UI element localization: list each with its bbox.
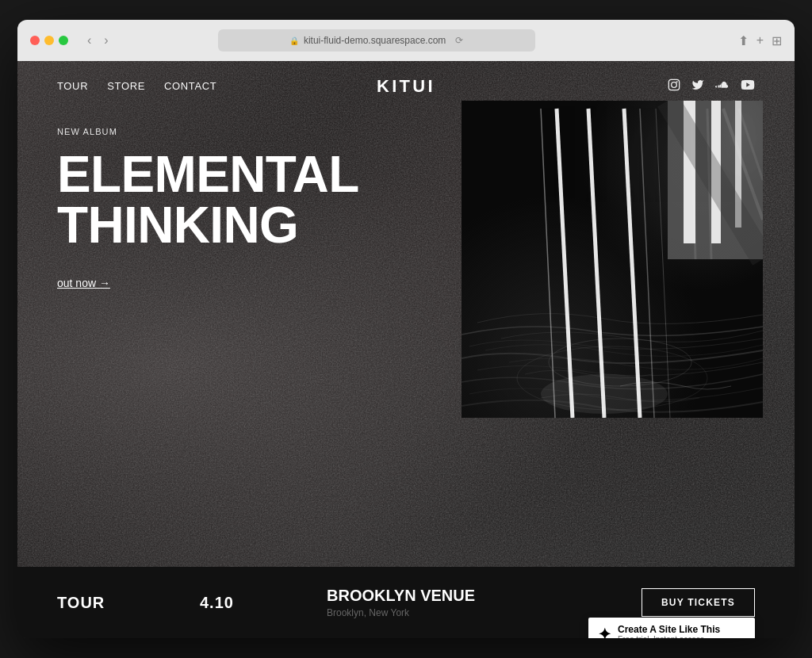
new-tab-icon[interactable]: + bbox=[756, 33, 764, 48]
address-bar[interactable]: 🔒 kitui-fluid-demo.squarespace.com ⟳ bbox=[218, 29, 535, 52]
buy-tickets-button[interactable]: BUY TICKETS bbox=[642, 588, 755, 617]
nav-left: TOUR STORE CONTACT bbox=[57, 80, 216, 92]
svg-point-2 bbox=[676, 81, 678, 82]
tour-date: 4.10 bbox=[200, 594, 327, 612]
svg-rect-0 bbox=[668, 79, 679, 90]
album-art bbox=[462, 101, 763, 418]
squarespace-logo-icon: ✦ bbox=[598, 625, 611, 639]
tour-buy-wrapper: BUY TICKETS ✦ Create A Site Like This Fr… bbox=[642, 588, 755, 617]
tabs-icon[interactable]: ⊞ bbox=[772, 33, 782, 48]
traffic-light-close[interactable] bbox=[30, 36, 40, 45]
out-now-link[interactable]: out now → bbox=[57, 277, 110, 289]
reload-icon[interactable]: ⟳ bbox=[455, 35, 463, 46]
soundcloud-icon[interactable] bbox=[715, 78, 730, 94]
squarespace-text: Create A Site Like This Free trial. Inst… bbox=[618, 624, 720, 638]
tour-date-wrapper: 4.10 bbox=[200, 594, 327, 612]
tour-section-label: TOUR bbox=[57, 594, 200, 612]
squarespace-subtitle: Free trial. Instant access. bbox=[618, 635, 720, 638]
twitter-icon[interactable] bbox=[691, 78, 704, 94]
browser-chrome: ‹ › 🔒 kitui-fluid-demo.squarespace.com ⟳… bbox=[17, 20, 795, 61]
svg-point-1 bbox=[672, 82, 677, 88]
traffic-light-minimize[interactable] bbox=[44, 36, 54, 45]
lock-icon: 🔒 bbox=[289, 36, 299, 45]
hero-section: TOUR STORE CONTACT KITUI bbox=[17, 61, 795, 567]
site-title: KITUI bbox=[377, 76, 435, 96]
tour-section: TOUR 4.10 BROOKLYN VENUE Brooklyn, New Y… bbox=[17, 567, 795, 638]
album-title-line1: ELEMENTAL bbox=[57, 146, 359, 203]
back-button[interactable]: ‹ bbox=[84, 32, 94, 49]
tour-venue: BROOKLYN VENUE bbox=[327, 587, 642, 605]
squarespace-badge: ✦ Create A Site Like This Free trial. In… bbox=[588, 618, 755, 638]
traffic-lights bbox=[30, 36, 68, 45]
url-text: kitui-fluid-demo.squarespace.com bbox=[304, 35, 446, 46]
browser-nav-controls: ‹ › bbox=[84, 32, 112, 49]
youtube-icon[interactable] bbox=[741, 79, 755, 93]
browser-actions: ⬆ + ⊞ bbox=[738, 33, 782, 48]
tour-venue-wrapper: BROOKLYN VENUE Brooklyn, New York bbox=[327, 587, 642, 618]
nav-center: KITUI bbox=[377, 76, 435, 97]
tour-venue-location: Brooklyn, New York bbox=[327, 607, 642, 618]
album-art-svg bbox=[462, 101, 763, 418]
navbar: TOUR STORE CONTACT KITUI bbox=[17, 61, 795, 111]
forward-button[interactable]: › bbox=[101, 32, 111, 49]
site-content: TOUR STORE CONTACT KITUI bbox=[17, 61, 795, 638]
nav-link-contact[interactable]: CONTACT bbox=[164, 80, 216, 92]
instagram-icon[interactable] bbox=[668, 78, 680, 94]
nav-link-store[interactable]: STORE bbox=[107, 80, 145, 92]
traffic-light-maximize[interactable] bbox=[59, 36, 68, 45]
share-icon[interactable]: ⬆ bbox=[738, 33, 749, 48]
nav-right bbox=[668, 78, 755, 94]
squarespace-title: Create A Site Like This bbox=[618, 624, 720, 635]
browser-window: ‹ › 🔒 kitui-fluid-demo.squarespace.com ⟳… bbox=[17, 20, 795, 638]
album-art-container bbox=[462, 101, 763, 418]
album-title-line2: THINKING bbox=[57, 197, 298, 254]
nav-link-tour[interactable]: TOUR bbox=[57, 80, 88, 92]
